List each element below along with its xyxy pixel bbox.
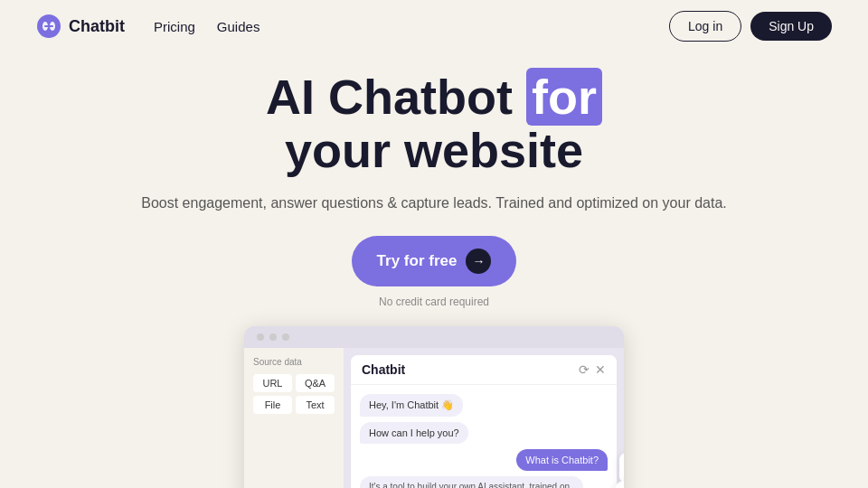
source-grid: URL Q&A File Text bbox=[253, 374, 335, 414]
close-icon[interactable]: ✕ bbox=[595, 362, 606, 377]
hero-subtitle: Boost engagement, answer questions & cap… bbox=[18, 192, 850, 214]
hero-section: AI Chatbot for your website Boost engage… bbox=[0, 52, 868, 308]
theme-toggle-panel: Dark Light bbox=[619, 453, 624, 483]
source-panel: Source data URL Q&A File Text bbox=[244, 348, 344, 488]
chat-icons: ⟳ ✕ bbox=[579, 362, 606, 377]
logo[interactable]: Chatbit bbox=[36, 14, 125, 39]
nav-guides[interactable]: Guides bbox=[217, 19, 260, 34]
source-item-file: File bbox=[253, 396, 292, 414]
chat-message-1: Hey, I'm Chatbit 👋 bbox=[360, 394, 463, 417]
nav-left: Chatbit Pricing Guides bbox=[36, 14, 259, 39]
browser-bar bbox=[244, 326, 624, 348]
source-item-text: Text bbox=[296, 396, 335, 414]
logo-icon bbox=[36, 14, 61, 39]
browser-window: Source data URL Q&A File Text Chatbit ⟳ bbox=[244, 326, 624, 488]
nav-pricing[interactable]: Pricing bbox=[154, 19, 195, 34]
nav-right: Log in Sign Up bbox=[669, 11, 832, 42]
source-item-url: URL bbox=[253, 374, 292, 392]
browser-dot-2 bbox=[269, 333, 277, 341]
login-button[interactable]: Log in bbox=[669, 11, 741, 42]
hero-title: AI Chatbot for your website bbox=[18, 70, 850, 178]
chat-header: Chatbit ⟳ ✕ bbox=[351, 355, 617, 385]
hero-title-plain: AI Chatbot bbox=[266, 70, 526, 124]
try-free-label: Try for free bbox=[377, 252, 458, 270]
chat-message-4: It's a tool to build your own AI assista… bbox=[360, 476, 583, 488]
svg-rect-3 bbox=[44, 25, 53, 27]
browser-content: Source data URL Q&A File Text Chatbit ⟳ bbox=[244, 348, 624, 488]
browser-dot-3 bbox=[282, 333, 289, 341]
hero-title-highlight: for bbox=[526, 68, 602, 126]
browser-dot-1 bbox=[257, 333, 264, 341]
hero-title-line2: your website bbox=[285, 123, 583, 177]
signup-button[interactable]: Sign Up bbox=[750, 12, 832, 41]
chat-messages: Hey, I'm Chatbit 👋 How can I help you? W… bbox=[351, 385, 617, 488]
refresh-icon[interactable]: ⟳ bbox=[579, 362, 590, 377]
chat-title: Chatbit bbox=[362, 362, 405, 377]
preview-area: Source data URL Q&A File Text Chatbit ⟳ bbox=[0, 326, 868, 488]
preview-wrapper: Source data URL Q&A File Text Chatbit ⟳ bbox=[244, 326, 624, 488]
no-credit-note: No credit card required bbox=[18, 296, 850, 308]
nav-links: Pricing Guides bbox=[154, 19, 259, 34]
arrow-icon: → bbox=[466, 249, 491, 274]
navbar: Chatbit Pricing Guides Log in Sign Up bbox=[0, 0, 868, 52]
source-label: Source data bbox=[253, 357, 335, 367]
chat-message-3: What is Chatbit? bbox=[516, 449, 608, 471]
source-item-qa: Q&A bbox=[296, 374, 335, 392]
try-free-button[interactable]: Try for free → bbox=[352, 236, 517, 286]
logo-text: Chatbit bbox=[69, 17, 125, 36]
chat-message-2: How can I help you? bbox=[360, 422, 468, 444]
chat-panel: Chatbit ⟳ ✕ Hey, I'm Chatbit 👋 How can I… bbox=[351, 355, 617, 488]
